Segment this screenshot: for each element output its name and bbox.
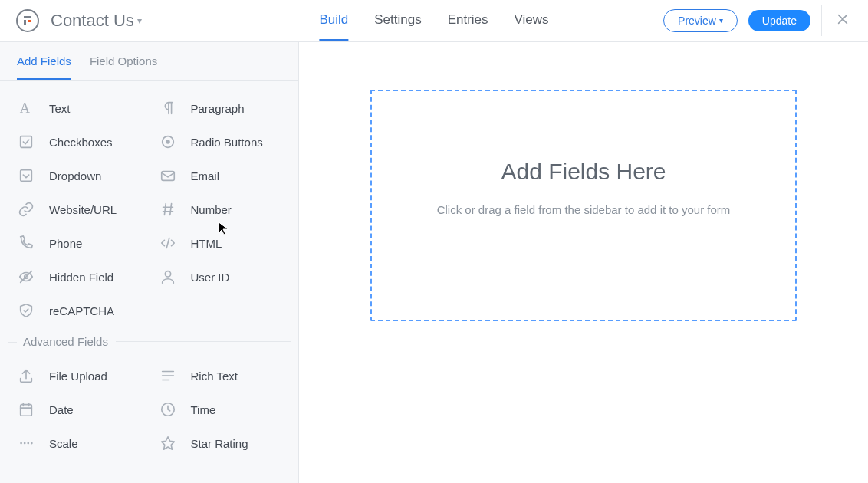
basic-fields: A Text Paragraph Checkboxes Radio Button… xyxy=(0,80,298,330)
svg-point-19 xyxy=(165,271,170,277)
shield-icon xyxy=(17,301,35,320)
field-html[interactable]: HTML xyxy=(150,226,291,260)
sidebar-tab-field-options[interactable]: Field Options xyxy=(90,54,157,80)
field-checkboxes[interactable]: Checkboxes xyxy=(8,125,150,159)
field-text[interactable]: A Text xyxy=(8,91,150,125)
dropzone-title: Add Fields Here xyxy=(501,159,666,185)
field-number[interactable]: Number xyxy=(150,192,291,226)
svg-line-15 xyxy=(169,204,171,215)
svg-text:A: A xyxy=(20,100,31,116)
field-label: Website/URL xyxy=(49,203,117,216)
advanced-text: Advanced Fields xyxy=(23,335,108,348)
svg-rect-1 xyxy=(24,16,31,18)
main-tabs: Build Settings Entries Views xyxy=(319,0,548,41)
svg-point-30 xyxy=(27,442,29,445)
clock-icon xyxy=(159,400,177,419)
svg-marker-32 xyxy=(161,437,174,450)
field-label: reCAPTCHA xyxy=(49,304,114,317)
field-file-upload[interactable]: File Upload xyxy=(8,359,150,393)
text-icon: A xyxy=(17,99,35,117)
svg-rect-11 xyxy=(161,172,174,181)
caret-down-icon: ▾ xyxy=(719,17,723,25)
sidebar: Add Fields Field Options A Text Paragrap… xyxy=(0,42,299,483)
link-icon xyxy=(17,200,35,219)
svg-rect-3 xyxy=(28,20,31,22)
field-label: HTML xyxy=(191,237,222,250)
field-label: Date xyxy=(49,403,74,416)
caret-down-icon: ▾ xyxy=(137,15,142,26)
svg-point-29 xyxy=(24,442,26,445)
field-label: Time xyxy=(191,403,216,416)
field-label: Hidden Field xyxy=(49,271,113,284)
field-phone[interactable]: Phone xyxy=(8,226,150,260)
preview-button[interactable]: Preview ▾ xyxy=(663,9,738,32)
form-title-dropdown[interactable]: Contact Us ▾ xyxy=(51,11,142,31)
svg-point-28 xyxy=(20,442,22,445)
field-label: File Upload xyxy=(49,370,107,383)
dropzone[interactable]: Add Fields Here Click or drag a field fr… xyxy=(370,90,797,321)
radio-icon xyxy=(159,133,177,151)
separator xyxy=(821,5,822,36)
star-icon xyxy=(159,434,177,452)
field-website[interactable]: Website/URL xyxy=(8,192,150,226)
advanced-fields: File Upload Rich Text Date Time Scale St… xyxy=(0,353,298,463)
field-label: Scale xyxy=(49,437,78,450)
svg-rect-23 xyxy=(21,405,32,416)
phone-icon xyxy=(17,234,35,252)
sidebar-tabs: Add Fields Field Options xyxy=(0,42,298,80)
svg-rect-7 xyxy=(21,136,32,148)
number-icon xyxy=(159,200,177,219)
app-logo-icon xyxy=(15,8,40,33)
field-recaptcha[interactable]: reCAPTCHA xyxy=(8,294,150,327)
field-label: Paragraph xyxy=(191,102,245,115)
field-paragraph[interactable]: Paragraph xyxy=(150,91,291,125)
field-label: Dropdown xyxy=(49,169,101,182)
richtext-icon xyxy=(159,366,177,385)
top-actions: Preview ▾ Update xyxy=(663,5,853,36)
field-time[interactable]: Time xyxy=(150,393,291,426)
close-icon[interactable] xyxy=(833,9,853,33)
html-icon xyxy=(159,234,177,252)
field-radio[interactable]: Radio Buttons xyxy=(150,125,291,159)
field-hidden[interactable]: Hidden Field xyxy=(8,260,150,294)
field-date[interactable]: Date xyxy=(8,393,150,426)
field-star[interactable]: Star Rating xyxy=(150,426,291,460)
field-label: Text xyxy=(49,102,71,115)
user-icon xyxy=(159,268,177,286)
svg-line-14 xyxy=(164,204,166,215)
field-label: Rich Text xyxy=(191,370,238,383)
field-label: Number xyxy=(191,203,232,216)
canvas: Add Fields Here Click or drag a field fr… xyxy=(299,42,868,483)
svg-rect-10 xyxy=(21,170,32,182)
svg-point-9 xyxy=(166,140,170,144)
email-icon xyxy=(159,166,177,185)
field-label: User ID xyxy=(191,271,230,284)
field-userid[interactable]: User ID xyxy=(150,260,291,294)
dropzone-subtitle: Click or drag a field from the sidebar t… xyxy=(437,203,731,216)
field-label: Star Rating xyxy=(191,437,248,450)
field-dropdown[interactable]: Dropdown xyxy=(8,159,150,192)
upload-icon xyxy=(17,366,35,385)
svg-point-31 xyxy=(31,442,33,445)
tab-views[interactable]: Views xyxy=(515,0,549,41)
form-title-text: Contact Us xyxy=(51,11,134,31)
hidden-icon xyxy=(17,268,35,286)
calendar-icon xyxy=(17,400,35,419)
field-label: Phone xyxy=(49,237,82,250)
tab-build[interactable]: Build xyxy=(319,0,348,41)
tab-settings[interactable]: Settings xyxy=(374,0,421,41)
tab-entries[interactable]: Entries xyxy=(448,0,488,41)
field-label: Email xyxy=(191,169,220,182)
field-label: Checkboxes xyxy=(49,136,113,149)
field-label: Radio Buttons xyxy=(191,136,263,149)
sidebar-tab-add-fields[interactable]: Add Fields xyxy=(17,54,71,80)
scale-icon xyxy=(17,434,35,452)
svg-line-16 xyxy=(166,238,169,248)
field-rich-text[interactable]: Rich Text xyxy=(150,359,291,393)
field-email[interactable]: Email xyxy=(150,159,291,192)
checkbox-icon xyxy=(17,133,35,151)
svg-rect-2 xyxy=(24,20,26,25)
update-button[interactable]: Update xyxy=(748,10,810,31)
paragraph-icon xyxy=(159,99,177,117)
field-scale[interactable]: Scale xyxy=(8,426,150,460)
